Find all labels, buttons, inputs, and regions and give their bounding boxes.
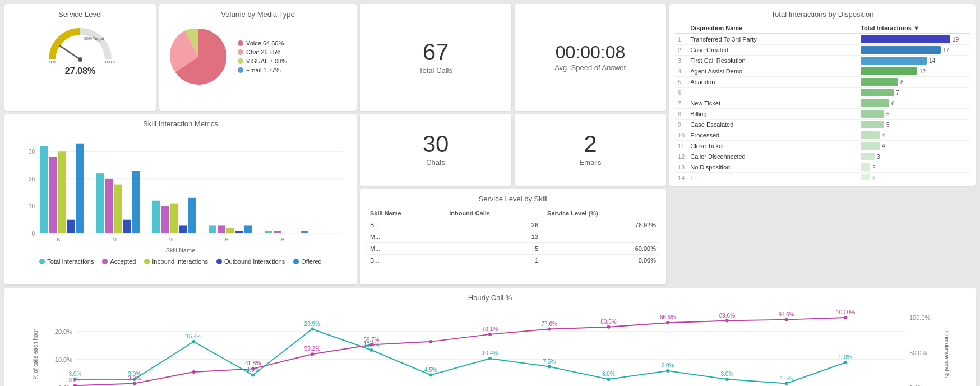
svg-text:4.5%: 4.5% — [424, 367, 437, 373]
disp-row-name: Abandon — [687, 77, 858, 88]
avg-speed-label: Avg. Speed of Answer — [554, 63, 626, 72]
svg-text:100%: 100% — [104, 59, 115, 65]
legend-accepted: Accepted — [102, 258, 136, 265]
svg-line-0 — [59, 45, 80, 59]
service-skill-title: Service Level by Skill — [366, 195, 660, 203]
svg-rect-19 — [96, 173, 104, 233]
service-level-title: Service Level — [10, 10, 150, 19]
legend-outbound: Outbound Interactions — [216, 258, 285, 265]
svg-rect-23 — [132, 171, 140, 233]
disp-row-bar: 2 — [858, 173, 970, 181]
svg-text:80.6%: 80.6% — [600, 319, 616, 325]
svg-text:100.0%: 100.0% — [909, 314, 931, 321]
disposition-title: Total Interactions by Disposition — [675, 10, 970, 19]
skill-metrics-card: Skill Interaction Metrics 0102030B...M..… — [4, 114, 357, 285]
svg-text:77.6%: 77.6% — [542, 321, 557, 327]
skill-legend: Total Interactions Accepted Inbound Inte… — [10, 258, 351, 265]
svg-text:3.0%: 3.0% — [602, 371, 615, 377]
disp-row-num: 10 — [675, 130, 687, 141]
svg-rect-13 — [40, 146, 48, 233]
svg-rect-27 — [170, 203, 178, 233]
legend-visual: VISUAL 7.08% — [238, 58, 287, 65]
skill-row-inbound: 13 — [445, 231, 543, 243]
hourly-title: Hourly Call % — [10, 293, 970, 302]
svg-rect-25 — [152, 200, 160, 233]
svg-text:10: 10 — [29, 203, 35, 209]
svg-rect-32 — [218, 225, 225, 233]
svg-point-110 — [548, 328, 551, 331]
table-row: 3 First Call Resolution 14 — [675, 56, 970, 66]
avg-speed-card: 00:00:08 Avg. Speed of Answer — [515, 4, 666, 111]
skill-col-name: Skill Name — [366, 208, 445, 219]
disp-row-num: 12 — [675, 151, 687, 162]
svg-rect-28 — [179, 225, 187, 233]
svg-text:59.7%: 59.7% — [363, 337, 379, 343]
skill-col-sl: Service Level (%) — [543, 208, 660, 219]
gauge-value: 27.08% — [65, 66, 95, 76]
svg-point-74 — [251, 374, 255, 377]
disp-row-bar: 5 — [858, 109, 970, 120]
skill-bar-chart: 0102030B...M...M...B...B... — [10, 132, 351, 245]
legend-chat: Chat 26.55% — [238, 49, 287, 56]
chats-value: 30 — [423, 132, 449, 156]
svg-text:M...: M... — [113, 237, 121, 242]
disp-row-name: Case Escalated — [687, 120, 858, 130]
svg-rect-31 — [209, 225, 216, 233]
table-row: 6 7 — [675, 88, 970, 98]
legend-voice: Voice 64.60% — [238, 40, 287, 47]
legend-email-label: Email 1.77% — [246, 67, 281, 73]
svg-rect-37 — [265, 231, 272, 233]
pie-container: Voice 64.60% Chat 26.55% VISUAL 7.08% Em… — [165, 23, 351, 90]
table-row: 5 Abandon 8 — [675, 77, 970, 88]
svg-text:9.0%: 9.0% — [839, 354, 852, 360]
service-skill-card: Service Level by Skill Skill Name Inboun… — [360, 189, 666, 284]
disp-row-bar: 5 — [858, 120, 970, 130]
legend-visual-label: VISUAL 7.08% — [246, 58, 287, 65]
svg-rect-38 — [274, 231, 281, 233]
gauge-svg: 0% 100% 90% Target — [44, 23, 117, 65]
svg-text:70.1%: 70.1% — [482, 326, 498, 332]
disp-row-bar: 2 — [858, 162, 970, 173]
svg-point-88 — [666, 369, 669, 373]
disp-row-name: Billing — [687, 109, 858, 120]
svg-point-86 — [607, 378, 610, 381]
table-row: 1 Transferred To 3rd Party 19 — [675, 34, 970, 45]
disp-row-name: New Ticket — [687, 98, 858, 109]
disp-row-num: 1 — [675, 34, 687, 45]
svg-text:B...: B... — [281, 237, 289, 242]
hourly-call-card: Hourly Call % % of calls each hour Cumul… — [4, 288, 976, 386]
disp-row-name: Close Ticket — [687, 141, 858, 151]
chats-label: Chats — [426, 158, 445, 167]
svg-point-84 — [548, 365, 551, 369]
skill-row-inbound: 26 — [445, 219, 543, 231]
disposition-scroll[interactable]: Disposition Name Total Interactions ▼ 1 … — [675, 23, 970, 180]
svg-rect-41 — [301, 231, 308, 233]
svg-text:M...: M... — [169, 237, 177, 242]
disp-col-num — [675, 23, 687, 34]
svg-point-76 — [311, 328, 314, 331]
svg-rect-22 — [123, 219, 131, 233]
table-row: 9 Case Escalated 5 — [675, 120, 970, 130]
disp-row-bar: 3 — [858, 151, 970, 162]
skill-col-inbound: Inbound Calls — [445, 208, 543, 219]
disp-row-name: Caller Disconnected — [687, 151, 858, 162]
svg-text:89.6%: 89.6% — [719, 313, 735, 319]
svg-text:1.5%: 1.5% — [780, 375, 793, 382]
svg-point-101 — [251, 367, 255, 370]
table-row: 10 Processed 4 — [675, 130, 970, 141]
pie-svg — [165, 23, 232, 90]
svg-text:3.0%: 3.0% — [69, 377, 82, 383]
svg-text:91.0%: 91.0% — [778, 311, 794, 318]
svg-point-112 — [607, 325, 610, 329]
disp-row-bar: 4 — [858, 141, 970, 151]
disp-col-interactions[interactable]: Total Interactions ▼ — [858, 23, 970, 34]
disp-row-num: 4 — [675, 66, 687, 77]
disp-row-num: 11 — [675, 141, 687, 151]
skill-row-name: B... — [366, 219, 445, 231]
svg-rect-26 — [161, 206, 169, 233]
svg-point-90 — [725, 378, 729, 381]
disp-row-name: Processed — [687, 130, 858, 141]
disp-col-name: Disposition Name — [687, 23, 858, 34]
disp-row-name: Agent Assist Demo — [687, 66, 858, 77]
table-row: 2 Case Created 17 — [675, 45, 970, 56]
